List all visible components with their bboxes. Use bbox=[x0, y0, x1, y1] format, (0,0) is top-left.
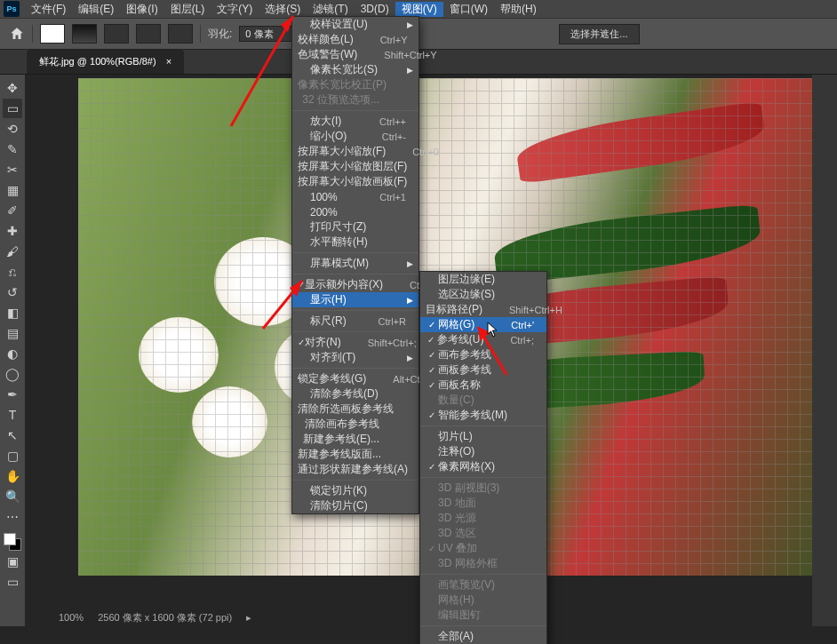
add-sel-icon[interactable] bbox=[104, 24, 129, 44]
eyedropper-tool[interactable]: ✐ bbox=[3, 201, 22, 220]
menu-file[interactable]: 文件(F) bbox=[25, 2, 72, 17]
shape-tool[interactable]: ▢ bbox=[3, 446, 22, 465]
more-tools[interactable]: ⋯ bbox=[3, 507, 22, 527]
view-menu-item: 像素长宽比校正(P) bbox=[292, 77, 418, 92]
show-submenu-item[interactable]: ✓画板名称 bbox=[420, 378, 546, 393]
view-menu-item[interactable]: 像素长宽比(S)▶ bbox=[292, 62, 418, 77]
show-submenu-item[interactable]: 注释(O) bbox=[420, 444, 546, 459]
blur-tool[interactable]: ◐ bbox=[3, 344, 22, 363]
show-submenu-item: 3D 选区 bbox=[420, 526, 546, 541]
screenmode-tool[interactable]: ▭ bbox=[3, 572, 22, 592]
view-menu-item[interactable]: ✓显示额外内容(X)Ctrl+H bbox=[292, 277, 418, 292]
quickmask-tool[interactable]: ▣ bbox=[3, 552, 22, 571]
view-menu-item[interactable]: 100%Ctrl+1 bbox=[292, 189, 418, 204]
show-submenu-item[interactable]: 图层边缘(E) bbox=[420, 272, 546, 287]
view-menu-item[interactable]: ✓对齐(N)Shift+Ctrl+; bbox=[292, 335, 418, 350]
select-and-mask-button[interactable]: 选择并遮住... bbox=[559, 24, 639, 44]
menu-filter[interactable]: 滤镜(T) bbox=[307, 2, 354, 17]
eraser-tool[interactable]: ◧ bbox=[3, 303, 22, 322]
menu-image[interactable]: 图像(I) bbox=[120, 2, 163, 17]
menu-divider bbox=[292, 252, 418, 253]
document-tab[interactable]: 鲜花.jpg @ 100%(RGB/8#) × bbox=[27, 50, 184, 74]
history-brush-tool[interactable]: ↺ bbox=[3, 282, 22, 302]
stamp-tool[interactable]: ⎌ bbox=[3, 262, 22, 282]
gradient-tool[interactable]: ▤ bbox=[3, 323, 22, 343]
view-menu-item[interactable]: 缩小(O)Ctrl+- bbox=[292, 129, 418, 144]
fg-color[interactable] bbox=[4, 533, 16, 545]
show-submenu-item[interactable]: ✓参考线(U)Ctrl+; bbox=[420, 332, 546, 347]
view-menu-item[interactable]: 打印尺寸(Z) bbox=[292, 219, 418, 235]
menu-window[interactable]: 窗口(W) bbox=[443, 2, 494, 17]
menu-help[interactable]: 帮助(H) bbox=[494, 2, 543, 17]
view-menu-item[interactable]: 显示(H)▶ bbox=[292, 292, 418, 307]
show-submenu-item[interactable]: 目标路径(P)Shift+Ctrl+H bbox=[420, 302, 546, 317]
lasso-tool[interactable]: ⟲ bbox=[3, 119, 22, 139]
view-menu-item[interactable]: 色域警告(W)Shift+Ctrl+Y bbox=[292, 47, 418, 62]
view-menu-item[interactable]: 按屏幕大小缩放(F)Ctrl+0 bbox=[292, 144, 418, 159]
submenu-arrow-icon: ▶ bbox=[407, 20, 413, 29]
show-submenu-item[interactable]: ✓智能参考线(M) bbox=[420, 408, 546, 423]
home-icon[interactable] bbox=[9, 26, 25, 42]
show-submenu-item[interactable]: 全部(A) bbox=[420, 629, 546, 644]
show-submenu-item[interactable]: ✓画板参考线 bbox=[420, 362, 546, 378]
view-menu-item[interactable]: 对齐到(T)▶ bbox=[292, 350, 418, 365]
new-sel-icon[interactable] bbox=[72, 24, 97, 44]
status-arrow-icon[interactable]: ▸ bbox=[246, 612, 251, 624]
menu-edit[interactable]: 编辑(E) bbox=[72, 2, 120, 17]
view-menu-item[interactable]: 通过形状新建参考线(A) bbox=[292, 462, 418, 477]
brush-tool[interactable]: 🖌 bbox=[3, 242, 22, 261]
view-menu-item[interactable]: 锁定参考线(G)Alt+Ctrl+; bbox=[292, 371, 418, 386]
view-menu-item[interactable]: 清除画布参考线 bbox=[292, 417, 418, 432]
shortcut-label: Ctrl+Y bbox=[380, 35, 408, 45]
zoom-tool[interactable]: 🔍 bbox=[3, 487, 22, 506]
move-tool[interactable]: ✥ bbox=[3, 78, 22, 98]
view-menu-item[interactable]: 标尺(R)Ctrl+R bbox=[292, 314, 418, 329]
dodge-tool[interactable]: ◯ bbox=[3, 364, 22, 384]
view-menu-item[interactable]: 新建参考线版面... bbox=[292, 447, 418, 462]
view-menu-item[interactable]: 水平翻转(H) bbox=[292, 235, 418, 250]
menu-divider bbox=[292, 368, 418, 369]
view-menu-item[interactable]: 按屏幕大小缩放图层(F) bbox=[292, 159, 418, 174]
right-collapsed-panels[interactable] bbox=[812, 75, 837, 626]
close-tab-icon[interactable]: × bbox=[166, 56, 171, 67]
crop-tool[interactable]: ✂ bbox=[3, 160, 22, 179]
show-submenu-item[interactable]: 选区边缘(S) bbox=[420, 287, 546, 302]
view-menu-item[interactable]: 锁定切片(K) bbox=[292, 483, 418, 498]
menu-view[interactable]: 视图(V) bbox=[395, 2, 443, 17]
view-menu-item[interactable]: 清除所选画板参考线 bbox=[292, 402, 418, 417]
zoom-level[interactable]: 100% bbox=[59, 612, 84, 623]
view-menu-item[interactable]: 新建参考线(E)... bbox=[292, 432, 418, 447]
view-menu-item[interactable]: 清除切片(C) bbox=[292, 498, 418, 513]
path-select-tool[interactable]: ↖ bbox=[3, 425, 22, 445]
show-submenu-item[interactable]: ✓画布参考线 bbox=[420, 347, 546, 362]
marquee-tool[interactable]: ▭ bbox=[3, 99, 22, 118]
type-tool[interactable]: T bbox=[3, 405, 22, 425]
view-menu-item[interactable]: 校样设置(U)▶ bbox=[292, 17, 418, 32]
healing-tool[interactable]: ✚ bbox=[3, 221, 22, 241]
show-submenu-item[interactable]: ✓像素网格(X) bbox=[420, 459, 546, 474]
menu-select[interactable]: 选择(S) bbox=[259, 2, 307, 17]
pen-tool[interactable]: ✒ bbox=[3, 385, 22, 404]
menu-3d[interactable]: 3D(D) bbox=[355, 3, 395, 15]
view-menu-item[interactable]: 清除参考线(D) bbox=[292, 386, 418, 402]
quick-select-tool[interactable]: ✎ bbox=[3, 139, 22, 159]
show-submenu-item[interactable]: 切片(L) bbox=[420, 429, 546, 444]
menu-text[interactable]: 文字(Y) bbox=[211, 2, 259, 17]
hand-tool[interactable]: ✋ bbox=[3, 466, 22, 486]
view-menu-item[interactable]: 屏幕模式(M)▶ bbox=[292, 256, 418, 271]
sub-sel-icon[interactable] bbox=[136, 24, 161, 44]
int-sel-icon[interactable] bbox=[168, 24, 193, 44]
show-submenu-item: 3D 副视图(3) bbox=[420, 481, 546, 496]
show-submenu-item[interactable]: ✓网格(G)Ctrl+' bbox=[420, 317, 546, 332]
frame-tool[interactable]: ▦ bbox=[3, 180, 22, 200]
view-menu-item[interactable]: 放大(I)Ctrl++ bbox=[292, 114, 418, 129]
menu-item-label: 像素网格(X) bbox=[438, 459, 534, 474]
swatch-white[interactable] bbox=[40, 24, 65, 44]
check-icon: ✓ bbox=[298, 338, 305, 347]
view-menu-item[interactable]: 校样颜色(L)Ctrl+Y bbox=[292, 32, 418, 47]
view-menu-item[interactable]: 200% bbox=[292, 204, 418, 219]
view-menu-item[interactable]: 按屏幕大小缩放画板(F) bbox=[292, 174, 418, 189]
menu-layer[interactable]: 图层(L) bbox=[164, 2, 211, 17]
color-swatch[interactable] bbox=[4, 533, 21, 551]
app-logo: Ps bbox=[4, 1, 20, 17]
